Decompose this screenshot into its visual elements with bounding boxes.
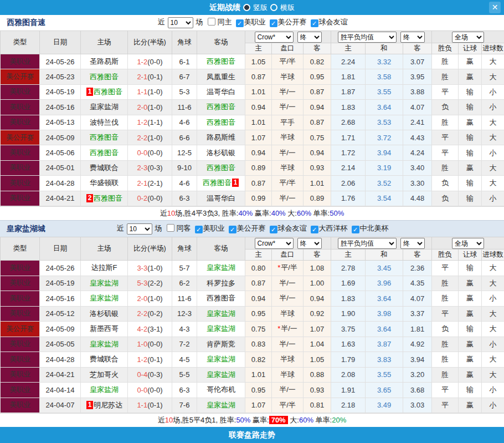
euro-draw-odds-cell: 3.64 (366, 100, 403, 115)
asian-away-odds-cell: 0.87 (304, 115, 331, 130)
handicap-text: 半/一 (279, 149, 296, 157)
home-team-cell: 皇家盐湖 (81, 337, 128, 352)
odds-company-select[interactable]: Crow* (255, 238, 294, 249)
close-icon[interactable]: ✕ (489, 2, 501, 13)
euro-draw-odds-cell: 3.54 (366, 191, 403, 206)
league-filter-checkbox[interactable] (270, 226, 277, 233)
home-team-cell: 西雅图音 (81, 145, 128, 160)
score-cell: 1-0(0-0) (128, 337, 172, 352)
home-team-cell: 皇家盐湖 (81, 276, 128, 291)
team2-same-venue-checkbox[interactable] (167, 224, 174, 232)
euro-away-odds-cell: 3.88 (403, 84, 432, 99)
team-name: 皇家盐湖 (207, 401, 235, 409)
summary-segment: 10 (167, 209, 175, 217)
summary-segment: 近 (160, 209, 167, 217)
league-filter-checkbox[interactable] (236, 19, 244, 27)
corner-cell: 6-7 (172, 69, 197, 84)
team-name: 哥伦布机 (207, 385, 235, 394)
team-name: 温哥华白 (207, 194, 235, 202)
summary-segment: 20% (332, 416, 346, 424)
euro-draw-odds-cell: 3.72 (366, 130, 403, 145)
euro-away-odds-cell: 3.07 (403, 54, 432, 69)
team-name: 达拉斯F (91, 263, 117, 272)
euro-home-odds-cell: 2.68 (331, 115, 366, 130)
euro-draw-odds-cell: 3.32 (366, 54, 403, 69)
team1-same-venue-checkbox[interactable] (208, 18, 215, 26)
league-filter-checkbox[interactable] (311, 226, 318, 233)
away-team-cell: 科罗拉多 (197, 276, 245, 291)
halftime-score: (0-1) (147, 401, 162, 409)
handicap-result-cell: 赢 (459, 54, 482, 69)
euro-final-select[interactable]: 终 (400, 32, 425, 43)
sub-euro-away: 客 (403, 249, 432, 261)
wdl-result-cell: 平 (432, 130, 459, 145)
asian-home-odds-cell: 0.94 (245, 145, 272, 160)
home-team-cell: 华盛顿联 (81, 176, 128, 191)
handicap-cell: *平/半 (272, 261, 304, 276)
scope-select[interactable]: 全场 (452, 238, 484, 249)
team-name: 温哥华白 (207, 88, 235, 96)
asian-final-select[interactable]: 终 (297, 238, 322, 249)
games-label: 场 (196, 18, 203, 26)
handicap-text: 半球 (280, 309, 295, 318)
handicap-result-cell: 赢 (459, 115, 482, 130)
euro-draw-odds-cell: 3.55 (366, 367, 403, 383)
horizontal-layout-radio[interactable] (270, 4, 277, 11)
league-type-cell: 美职业 (1, 191, 40, 206)
euro-draw-odds-cell: 3.45 (366, 261, 403, 276)
team-name: 皇家盐湖 (207, 370, 235, 379)
asian-home-odds-cell: 0.87 (245, 276, 272, 291)
away-team-cell: 路易斯维 (197, 130, 245, 145)
euro-draw-odds-cell: 3.58 (366, 69, 403, 84)
corner-cell: 4-6 (172, 115, 197, 130)
match-date-cell: 24-05-16 (40, 100, 81, 115)
team-name: 皇家盐湖 (207, 324, 235, 333)
odds-company-select[interactable]: Crow* (255, 32, 294, 43)
asian-final-select[interactable]: 终 (297, 32, 322, 43)
asian-away-odds-cell: 0.82 (304, 54, 331, 69)
summary-segment: 10 (165, 416, 173, 424)
handicap-result-cell: 输 (459, 84, 482, 99)
league-filter-checkbox[interactable] (195, 226, 203, 233)
summary-segment: 赢率: (253, 209, 271, 217)
league-type-cell: 美职业 (1, 145, 40, 160)
euro-mean-select[interactable]: 胜平负均值 (338, 32, 397, 43)
team-name: 皇家盐湖 (207, 263, 235, 272)
league-filter-checkbox[interactable] (270, 19, 277, 27)
handicap-text: 半/一 (279, 279, 296, 287)
handicap-cell: 平/半 (272, 54, 304, 69)
halftime-score: (0-3) (147, 370, 162, 379)
league-filter-checkbox[interactable] (311, 19, 318, 27)
vertical-layout-radio[interactable] (243, 4, 250, 11)
wdl-result-cell: 负 (432, 176, 459, 191)
team2-match-count-select[interactable]: 10 (127, 223, 152, 235)
scope-select[interactable]: 全场 (452, 32, 484, 43)
asian-away-odds-cell: 0.95 (304, 69, 331, 84)
wdl-result-cell: 胜 (432, 160, 459, 175)
team-name: 皇家盐湖 (90, 340, 119, 348)
home-team-cell: 圣路易斯 (81, 54, 128, 69)
match-date-cell: 24-05-06 (40, 145, 81, 160)
league-filter-checkbox[interactable] (229, 226, 236, 233)
league-type-cell: 美职业 (1, 115, 40, 130)
team1-match-count-select[interactable]: 10 (168, 17, 193, 28)
goals-result-cell: 大 (482, 261, 504, 276)
near-label: 近 (117, 224, 124, 232)
match-row: 美职业24-04-071明尼苏达1-1(0-1)7-6皇家盐湖1.07平/半0.… (1, 398, 504, 413)
summary-segment: 大: (288, 416, 299, 424)
euro-final-select[interactable]: 终 (400, 238, 425, 249)
euro-away-odds-cell: 4.92 (403, 337, 432, 352)
euro-draw-odds-cell: 3.87 (366, 337, 403, 352)
score-cell: 1-2(0-0) (128, 54, 172, 69)
games-label: 场 (155, 224, 162, 232)
league-filter-checkbox[interactable] (352, 226, 359, 233)
handicap-text: 平/半 (279, 179, 296, 187)
league-trend-bar[interactable]: 联赛盘路走势 (0, 427, 504, 443)
match-date-cell: 24-05-23 (40, 69, 81, 84)
match-date-cell: 24-04-21 (40, 191, 81, 206)
euro-mean-select[interactable]: 胜平负均值 (338, 238, 397, 249)
away-team-cell: 凤凰重生 (197, 69, 245, 84)
handicap-result-cell: 输 (459, 130, 482, 145)
summary-segment: 场,胜4平3负3, 胜率: (175, 209, 238, 217)
away-team-cell: 皇家盐湖 (197, 398, 245, 413)
